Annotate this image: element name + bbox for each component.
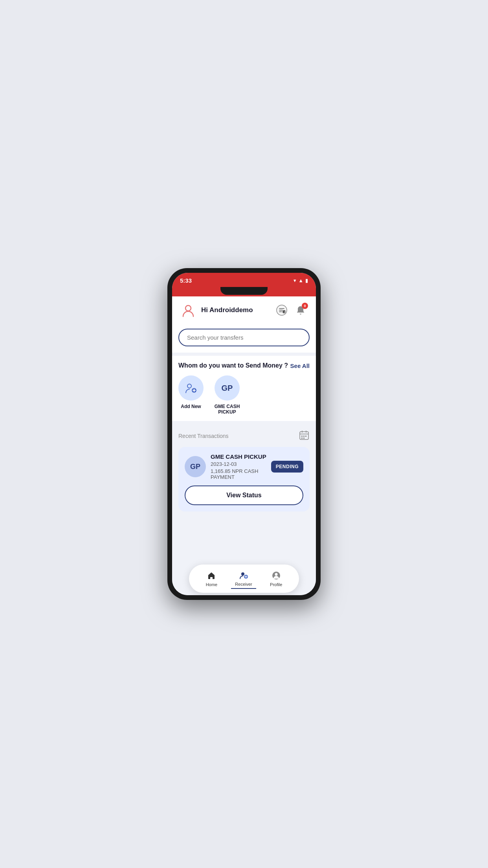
profile-label: Profile xyxy=(270,582,282,587)
search-input[interactable] xyxy=(187,334,301,341)
transaction-name: GME CASH PICKUP xyxy=(211,453,266,460)
gme-label: GME CASH PICKUP xyxy=(211,404,243,415)
signal-icon: ▲ xyxy=(298,278,303,283)
bottom-nav: Home Receiver xyxy=(189,565,299,593)
chat-button[interactable]: ↗ xyxy=(274,303,289,318)
battery-icon: ▮ xyxy=(305,278,308,283)
receiver-icon xyxy=(238,570,249,580)
recent-title: Recent Transactions xyxy=(178,433,229,439)
send-money-header: Whom do you want to Send Money ? See All xyxy=(178,362,310,369)
home-icon xyxy=(206,570,216,581)
contacts-row: Add New GP GME CASH PICKUP xyxy=(178,375,310,415)
status-bar: 5:33 ▾ ▲ ▮ xyxy=(172,273,316,287)
phone-screen: 5:33 ▾ ▲ ▮ xyxy=(172,273,316,595)
transaction-card: GP GME CASH PICKUP 2023-12-03 1,165.85 N… xyxy=(178,447,310,511)
user-avatar xyxy=(180,302,196,318)
view-status-button[interactable]: View Status xyxy=(185,485,303,505)
notch xyxy=(172,287,316,296)
nav-item-home[interactable]: Home xyxy=(202,569,221,588)
gme-contact[interactable]: GP GME CASH PICKUP xyxy=(211,375,243,415)
search-input-container[interactable] xyxy=(178,329,310,346)
recent-transactions-section: Recent Transactions xyxy=(172,424,316,517)
svg-rect-9 xyxy=(305,436,306,437)
recent-header: Recent Transactions xyxy=(178,430,310,442)
header-left: Hi Androiddemo xyxy=(180,302,253,318)
app-content: Hi Androiddemo ↗ xyxy=(172,296,316,595)
svg-rect-7 xyxy=(301,436,303,437)
svg-point-4 xyxy=(187,384,191,388)
greeting-text: Hi Androiddemo xyxy=(201,306,253,314)
add-new-label: Add New xyxy=(181,404,201,409)
notification-badge: 0 xyxy=(302,303,308,309)
profile-icon xyxy=(271,570,281,581)
phone-frame: 5:33 ▾ ▲ ▮ xyxy=(167,268,321,600)
gme-avatar: GP xyxy=(215,375,240,401)
transaction-date: 2023-12-03 xyxy=(211,461,266,467)
notification-button[interactable]: 0 xyxy=(293,303,308,318)
home-label: Home xyxy=(206,582,217,587)
wifi-icon: ▾ xyxy=(294,278,296,283)
add-new-contact[interactable]: Add New xyxy=(178,375,204,409)
notch-cutout xyxy=(220,287,268,295)
svg-rect-10 xyxy=(301,438,303,439)
svg-rect-8 xyxy=(303,436,305,437)
see-all-button[interactable]: See All xyxy=(290,362,310,369)
svg-rect-11 xyxy=(303,438,305,439)
send-money-section: Whom do you want to Send Money ? See All xyxy=(172,356,316,421)
add-new-avatar xyxy=(178,375,204,401)
search-section xyxy=(172,324,316,353)
status-icons: ▾ ▲ ▮ xyxy=(294,278,308,283)
nav-item-receiver[interactable]: Receiver xyxy=(231,568,256,589)
pending-badge: PENDING xyxy=(271,461,303,473)
status-time: 5:33 xyxy=(180,277,192,284)
calendar-button[interactable] xyxy=(299,430,310,442)
transaction-amount: 1,165.85 NPR CASH PAYMENT xyxy=(211,468,266,480)
transaction-avatar: GP xyxy=(185,456,206,477)
transaction-top: GP GME CASH PICKUP 2023-12-03 1,165.85 N… xyxy=(185,453,303,480)
svg-point-0 xyxy=(185,305,191,311)
svg-point-12 xyxy=(241,572,244,576)
header: Hi Androiddemo ↗ xyxy=(172,296,316,324)
svg-point-15 xyxy=(275,573,277,576)
header-right: ↗ 0 xyxy=(274,303,308,318)
send-money-title: Whom do you want to Send Money ? xyxy=(178,362,288,369)
svg-text:↗: ↗ xyxy=(284,311,286,313)
transaction-info: GME CASH PICKUP 2023-12-03 1,165.85 NPR … xyxy=(211,453,266,480)
nav-item-profile[interactable]: Profile xyxy=(266,569,286,588)
receiver-label: Receiver xyxy=(235,582,252,587)
